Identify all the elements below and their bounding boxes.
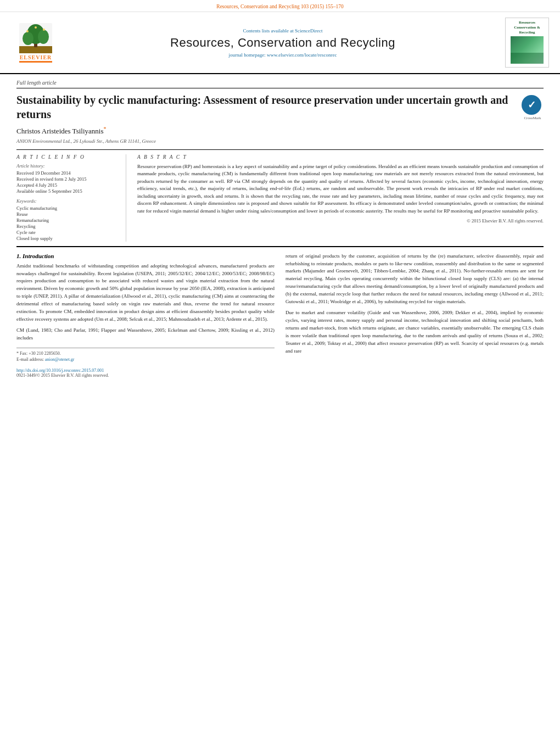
citation-link[interactable]: Resources, Conservation and Recycling 10…	[216, 4, 343, 9]
main-content: 1. Introduction Amidst traditional bench…	[16, 246, 544, 378]
author-name: Christos Aristeides Tsiliyannis*	[16, 126, 544, 136]
abstract-text: Resource preservation (RP) and homeostas…	[137, 163, 544, 215]
svg-point-8	[43, 29, 45, 31]
elsevier-wordmark: ELSEVIER	[20, 54, 52, 60]
journal-logo-right: Resources Conservation & Recycling	[505, 18, 549, 68]
crossmark-label: CrossMark	[522, 116, 544, 120]
abstract-heading: A B S T R A C T	[137, 154, 544, 160]
svg-point-4	[23, 32, 33, 45]
article-body: Full length article Sustainability by cy…	[0, 74, 560, 383]
keyword-3: Remanufacturing	[16, 217, 119, 223]
received-revised-date: Received in revised form 2 July 2015	[16, 176, 119, 182]
journal-center: Contents lists available at ScienceDirec…	[66, 28, 500, 58]
elsevier-logo: ELSEVIER	[11, 23, 60, 63]
right-column: return of original products by the custo…	[285, 253, 544, 378]
keyword-1: Cyclic manufacturing	[16, 205, 119, 211]
sciencedirect-link[interactable]: ScienceDirect	[295, 28, 322, 34]
article-info-abstract: A R T I C L E I N F O Article history: R…	[16, 149, 544, 242]
article-type: Full length article	[16, 80, 544, 88]
svg-point-6	[26, 30, 29, 32]
keyword-5: Cycle rate	[16, 230, 119, 235]
issn-text: 0921-3449/© 2015 Elsevier B.V. All right…	[16, 373, 275, 378]
journal-title: Resources, Conservation and Recycling	[66, 36, 500, 50]
keyword-4: Recycling	[16, 224, 119, 229]
rcr-logo-image	[511, 36, 544, 64]
journal-header: ELSEVIER Contents lists available at Sci…	[0, 12, 560, 74]
article-info-heading: A R T I C L E I N F O	[16, 154, 119, 160]
doi-bar: http://dx.doi.org/10.1016/j.resconrec.20…	[16, 368, 275, 378]
intro-para1: Amidst traditional benchmarks of withsta…	[16, 263, 275, 324]
abstract-col: A B S T R A C T Resource preservation (R…	[137, 154, 544, 242]
crossmark-badge: ✓ CrossMark	[522, 95, 544, 120]
history-label: Article history:	[16, 163, 119, 169]
right-para2: Due to market and consumer volatility (G…	[285, 309, 544, 355]
elsevier-bar	[19, 61, 52, 63]
received-date: Received 19 December 2014	[16, 170, 119, 176]
article-info-col: A R T I C L E I N F O Article history: R…	[16, 154, 126, 242]
title-row: Sustainability by cyclic manufacturing: …	[16, 93, 544, 121]
journal-homepage: journal homepage: www.elsevier.com/locat…	[66, 52, 500, 58]
keyword-6: Closed loop supply	[16, 236, 119, 241]
keyword-2: Reuse	[16, 211, 119, 217]
rcr-logo-title: Resources Conservation & Recycling	[508, 20, 546, 35]
right-para1: return of original products by the custo…	[285, 253, 544, 306]
left-column: 1. Introduction Amidst traditional bench…	[16, 253, 275, 378]
footnote-fax: * Fax: +30 210 2285650.	[16, 350, 275, 356]
footnote-email: E-mail address: anion@otenet.gr	[16, 356, 275, 362]
svg-point-7	[35, 26, 37, 29]
keywords-label: Keywords:	[16, 198, 119, 204]
footnote-bar: * Fax: +30 210 2285650. E-mail address: …	[16, 348, 275, 362]
svg-point-5	[38, 30, 49, 44]
affiliation: ANION Environmental Ltd., 26 Lykoudi Str…	[16, 138, 544, 144]
author-asterisk: *	[103, 126, 106, 132]
accepted-date: Accepted 4 July 2015	[16, 182, 119, 188]
doi-link[interactable]: http://dx.doi.org/10.1016/j.resconrec.20…	[16, 368, 275, 373]
intro-heading: 1. Introduction	[16, 253, 275, 259]
intro-para2: CM (Lund, 1983; Cho and Parlar, 1991; Fl…	[16, 327, 275, 342]
article-title: Sustainability by cyclic manufacturing: …	[16, 93, 516, 121]
homepage-link[interactable]: www.elsevier.com/locate/resconrec	[267, 52, 337, 58]
crossmark-icon: ✓	[522, 95, 541, 115]
copyright: © 2015 Elsevier B.V. All rights reserved…	[137, 218, 544, 224]
elsevier-tree-icon	[19, 23, 52, 53]
email-link[interactable]: anion@otenet.gr	[45, 357, 74, 362]
contents-available: Contents lists available at ScienceDirec…	[66, 28, 500, 34]
citation-bar: Resources, Conservation and Recycling 10…	[0, 0, 560, 12]
available-date: Available online 5 September 2015	[16, 188, 119, 194]
